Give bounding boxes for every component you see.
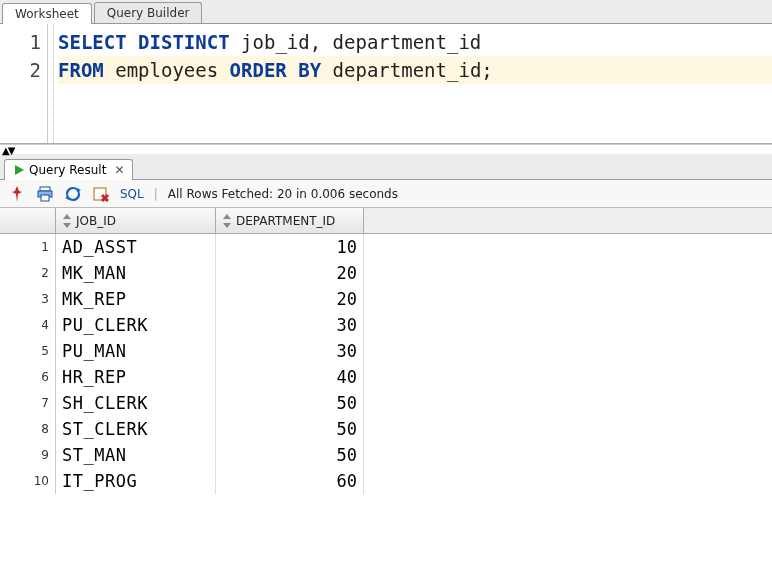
result-tab-strip: Query Result ✕	[0, 154, 772, 180]
tab-query-result[interactable]: Query Result ✕	[4, 159, 133, 180]
cancel-icon[interactable]	[92, 185, 110, 203]
row-number: 10	[0, 468, 56, 494]
sql-link[interactable]: SQL	[120, 187, 144, 201]
row-number: 3	[0, 286, 56, 312]
pin-icon[interactable]	[8, 185, 26, 203]
grid-header-rownum[interactable]	[0, 208, 56, 233]
cell-job-id[interactable]: MK_MAN	[56, 260, 216, 286]
table-row[interactable]: 7SH_CLERK50	[0, 390, 772, 416]
cell-department-id[interactable]: 50	[216, 442, 364, 468]
sort-icon	[62, 214, 72, 228]
cell-department-id[interactable]: 30	[216, 338, 364, 364]
cell-job-id[interactable]: PU_MAN	[56, 338, 216, 364]
line-gutter: 12	[0, 24, 48, 143]
line-number: 2	[0, 56, 41, 84]
svg-rect-3	[41, 195, 49, 201]
cell-job-id[interactable]: MK_REP	[56, 286, 216, 312]
table-row[interactable]: 5PU_MAN30	[0, 338, 772, 364]
sort-icon	[222, 214, 232, 228]
svg-marker-12	[223, 223, 231, 228]
cell-department-id[interactable]: 30	[216, 312, 364, 338]
row-number: 6	[0, 364, 56, 390]
splitter[interactable]: ▲▼	[0, 144, 772, 154]
cell-job-id[interactable]: SH_CLERK	[56, 390, 216, 416]
svg-marker-9	[63, 214, 71, 219]
table-row[interactable]: 6HR_REP40	[0, 364, 772, 390]
row-number: 8	[0, 416, 56, 442]
grid-header-job-id[interactable]: JOB_ID	[56, 208, 216, 233]
code-line[interactable]: FROM employees ORDER BY department_id;	[58, 56, 772, 84]
cell-job-id[interactable]: IT_PROG	[56, 468, 216, 494]
col-label-department-id: DEPARTMENT_ID	[236, 214, 335, 228]
print-icon[interactable]	[36, 185, 54, 203]
cell-department-id[interactable]: 50	[216, 416, 364, 442]
tab-query-result-label: Query Result	[29, 163, 106, 177]
refresh-icon[interactable]	[64, 185, 82, 203]
grid-header: JOB_ID DEPARTMENT_ID	[0, 208, 772, 234]
cell-job-id[interactable]: HR_REP	[56, 364, 216, 390]
cell-department-id[interactable]: 10	[216, 234, 364, 260]
editor-tab-strip: Worksheet Query Builder	[0, 0, 772, 24]
svg-marker-10	[63, 223, 71, 228]
row-number: 4	[0, 312, 56, 338]
table-row[interactable]: 4PU_CLERK30	[0, 312, 772, 338]
toolbar-separator: |	[154, 187, 158, 201]
table-row[interactable]: 10IT_PROG60	[0, 468, 772, 494]
row-number: 7	[0, 390, 56, 416]
cell-job-id[interactable]: ST_CLERK	[56, 416, 216, 442]
svg-marker-0	[15, 165, 24, 175]
fetch-status: All Rows Fetched: 20 in 0.006 seconds	[168, 187, 398, 201]
result-toolbar: SQL | All Rows Fetched: 20 in 0.006 seco…	[0, 180, 772, 208]
cell-department-id[interactable]: 20	[216, 260, 364, 286]
row-number: 5	[0, 338, 56, 364]
close-icon[interactable]: ✕	[114, 163, 124, 177]
splitter-handle-icon: ▲▼	[2, 145, 13, 156]
table-row[interactable]: 9ST_MAN50	[0, 442, 772, 468]
table-row[interactable]: 8ST_CLERK50	[0, 416, 772, 442]
sql-editor[interactable]: 12 SELECT DISTINCT job_id, department_id…	[0, 24, 772, 144]
table-row[interactable]: 3MK_REP20	[0, 286, 772, 312]
svg-rect-1	[40, 187, 50, 191]
line-number: 1	[0, 28, 41, 56]
code-area[interactable]: SELECT DISTINCT job_id, department_idFRO…	[54, 24, 772, 143]
cell-department-id[interactable]: 20	[216, 286, 364, 312]
col-label-job-id: JOB_ID	[76, 214, 116, 228]
code-line[interactable]: SELECT DISTINCT job_id, department_id	[58, 28, 772, 56]
grid-body: 1AD_ASST102MK_MAN203MK_REP204PU_CLERK305…	[0, 234, 772, 494]
svg-marker-11	[223, 214, 231, 219]
table-row[interactable]: 1AD_ASST10	[0, 234, 772, 260]
table-row[interactable]: 2MK_MAN20	[0, 260, 772, 286]
result-grid: JOB_ID DEPARTMENT_ID 1AD_ASST102MK_MAN20…	[0, 208, 772, 494]
row-number: 9	[0, 442, 56, 468]
grid-header-department-id[interactable]: DEPARTMENT_ID	[216, 208, 364, 233]
cell-job-id[interactable]: PU_CLERK	[56, 312, 216, 338]
row-number: 1	[0, 234, 56, 260]
row-number: 2	[0, 260, 56, 286]
cell-department-id[interactable]: 40	[216, 364, 364, 390]
tab-worksheet[interactable]: Worksheet	[2, 3, 92, 24]
cell-job-id[interactable]: AD_ASST	[56, 234, 216, 260]
cell-job-id[interactable]: ST_MAN	[56, 442, 216, 468]
tab-query-builder[interactable]: Query Builder	[94, 2, 203, 23]
play-icon	[13, 164, 25, 176]
cell-department-id[interactable]: 50	[216, 390, 364, 416]
cell-department-id[interactable]: 60	[216, 468, 364, 494]
